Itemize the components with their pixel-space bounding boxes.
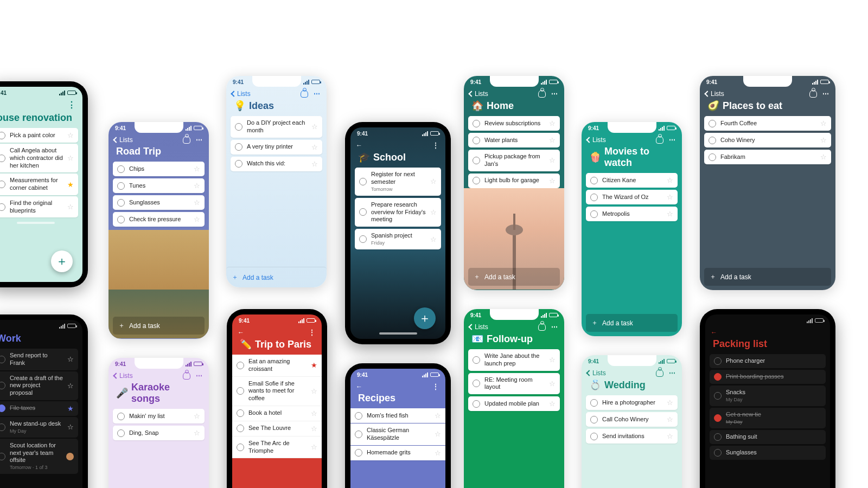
add-task-bar[interactable]: ＋Add a task: [113, 317, 205, 335]
task-row[interactable]: Makin' my list☆: [113, 409, 205, 423]
task-row[interactable]: Book a hotel☆: [232, 406, 322, 421]
checkbox-icon[interactable]: [590, 210, 598, 218]
star-icon[interactable]: ☆: [667, 210, 673, 218]
star-icon[interactable]: ☆: [67, 203, 74, 211]
star-icon[interactable]: ☆: [67, 154, 74, 162]
checkbox-icon[interactable]: [237, 444, 244, 451]
task-row[interactable]: Metropolis☆: [586, 207, 678, 221]
back-button[interactable]: ←: [356, 383, 362, 390]
checkbox-icon[interactable]: [117, 199, 125, 207]
star-icon[interactable]: ☆: [311, 123, 318, 131]
task-row[interactable]: Find the original blueprints☆: [0, 196, 78, 218]
add-fab[interactable]: ＋: [414, 307, 436, 329]
star-icon[interactable]: ☆: [194, 412, 200, 420]
task-row[interactable]: See The Louvre☆: [232, 421, 322, 436]
checkbox-icon[interactable]: [714, 433, 722, 441]
task-row[interactable]: Eat an amazing croissant★: [232, 355, 322, 377]
checkbox-icon[interactable]: [0, 453, 5, 460]
checkbox-icon[interactable]: [235, 160, 242, 168]
more-icon[interactable]: ⋮: [432, 142, 440, 149]
star-icon[interactable]: ☆: [311, 443, 317, 451]
task-row[interactable]: Create a draft of the new project propos…: [0, 371, 78, 400]
checkbox-icon[interactable]: [590, 399, 598, 407]
star-icon[interactable]: ☆: [549, 400, 556, 408]
checkbox-icon[interactable]: [473, 380, 480, 387]
share-icon[interactable]: [183, 372, 190, 380]
star-icon[interactable]: ☆: [820, 119, 827, 127]
checkbox-icon[interactable]: [0, 203, 5, 211]
star-icon[interactable]: ☆: [549, 356, 556, 364]
task-row[interactable]: See The Arc de Triomphe☆: [232, 436, 322, 459]
star-icon[interactable]: ☆: [67, 355, 74, 363]
star-icon[interactable]: ★: [311, 361, 317, 369]
task-row[interactable]: Spanish projectFriday☆: [355, 229, 441, 249]
task-row[interactable]: Chips☆: [113, 162, 205, 176]
checkbox-icon[interactable]: [237, 387, 244, 395]
star-icon[interactable]: ★: [67, 404, 74, 413]
add-fab[interactable]: ＋: [51, 251, 73, 272]
star-icon[interactable]: ☆: [667, 399, 673, 407]
task-row[interactable]: Fourth Coffee☆: [704, 116, 831, 131]
back-button[interactable]: Lists: [587, 369, 606, 377]
star-icon[interactable]: ☆: [549, 119, 556, 127]
task-row[interactable]: File taxes★: [0, 401, 78, 416]
checkbox-icon[interactable]: [473, 400, 480, 408]
add-task-bar[interactable]: ＋Add a task: [704, 268, 831, 286]
share-icon[interactable]: [656, 369, 663, 377]
star-icon[interactable]: ☆: [430, 208, 437, 216]
checkbox-icon[interactable]: [355, 412, 362, 420]
task-row[interactable]: Call Angela about which contractor did h…: [0, 144, 78, 172]
checkbox-icon[interactable]: [473, 177, 480, 184]
checkbox-icon[interactable]: [0, 181, 5, 188]
task-row[interactable]: Get a new tieMy Day: [710, 408, 826, 428]
more-icon[interactable]: ⋯: [314, 90, 321, 98]
checkbox-icon[interactable]: [0, 404, 5, 412]
star-icon[interactable]: ☆: [194, 429, 200, 437]
task-row[interactable]: Print boarding passes: [710, 370, 826, 384]
checkbox-icon[interactable]: [237, 362, 244, 369]
back-button[interactable]: Lists: [114, 136, 133, 144]
checkbox-icon[interactable]: [0, 155, 5, 162]
task-row[interactable]: Pick a paint color☆: [0, 128, 78, 143]
star-icon[interactable]: ☆: [667, 415, 673, 423]
checkbox-icon[interactable]: [235, 143, 242, 151]
star-icon[interactable]: ☆: [194, 215, 200, 223]
task-row[interactable]: The Wizard of Oz☆: [586, 190, 678, 204]
checkbox-icon[interactable]: [714, 373, 722, 381]
back-button[interactable]: Lists: [114, 372, 133, 380]
task-row[interactable]: Citizen Kane☆: [586, 173, 678, 188]
checkbox-icon[interactable]: [709, 137, 716, 144]
star-icon[interactable]: ☆: [311, 143, 318, 151]
checkbox-icon[interactable]: [359, 235, 367, 243]
task-row[interactable]: Send report to Frank☆: [0, 349, 78, 370]
star-icon[interactable]: ☆: [430, 235, 437, 243]
task-row[interactable]: Mom's fried fish☆: [350, 408, 445, 423]
share-icon[interactable]: [809, 90, 817, 98]
task-row[interactable]: Scout location for next year's team offs…: [0, 439, 78, 474]
task-row[interactable]: Check tire pressure☆: [113, 212, 205, 227]
checkbox-icon[interactable]: [714, 449, 722, 457]
task-row[interactable]: New stand-up deskMy Day☆: [0, 417, 78, 438]
task-row[interactable]: Email Sofie if she wants to meet for cof…: [232, 377, 322, 406]
checkbox-icon[interactable]: [590, 194, 598, 201]
more-icon[interactable]: ⋯: [196, 372, 203, 380]
task-row[interactable]: Measurements for corner cabinet★: [0, 174, 78, 195]
more-icon[interactable]: ⋯: [196, 136, 203, 144]
checkbox-icon[interactable]: [117, 413, 125, 420]
checkbox-icon[interactable]: [0, 132, 5, 139]
checkbox-icon[interactable]: [359, 208, 367, 216]
star-icon[interactable]: ☆: [435, 430, 441, 438]
task-row[interactable]: Phone charger: [710, 354, 826, 368]
star-icon[interactable]: ★: [67, 181, 74, 189]
task-row[interactable]: SnacksMy Day: [710, 386, 826, 406]
more-icon[interactable]: ⋯: [669, 136, 676, 144]
back-button[interactable]: Lists: [587, 136, 606, 144]
checkbox-icon[interactable]: [117, 216, 125, 223]
more-icon[interactable]: ⋮: [309, 329, 316, 336]
checkbox-icon[interactable]: [709, 153, 716, 161]
task-row[interactable]: Prepare research overview for Friday's m…: [355, 198, 441, 227]
checkbox-icon[interactable]: [590, 177, 598, 184]
star-icon[interactable]: ☆: [311, 387, 317, 395]
more-icon[interactable]: ⋮: [432, 383, 440, 390]
add-task-bar[interactable]: ＋Add a task: [226, 267, 327, 287]
